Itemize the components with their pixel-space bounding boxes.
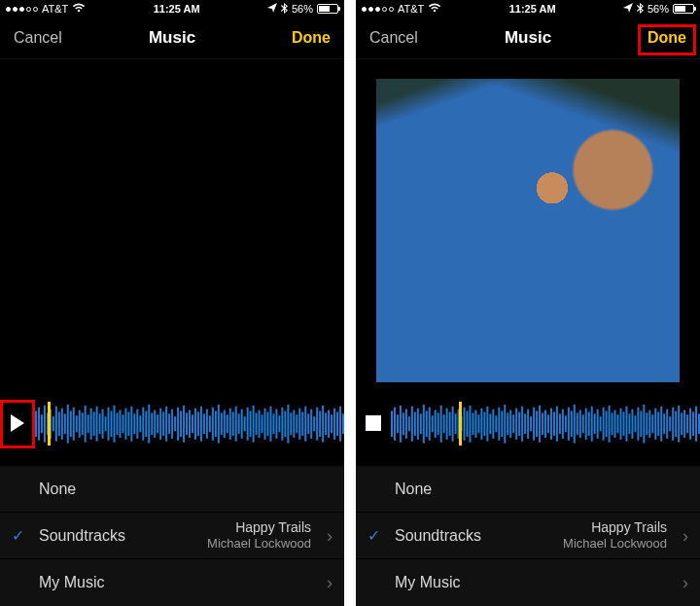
location-icon: [623, 3, 633, 15]
svg-rect-79: [264, 408, 266, 439]
svg-rect-44: [162, 411, 164, 436]
svg-rect-92: [301, 411, 303, 436]
svg-rect-199: [657, 411, 659, 436]
svg-rect-45: [165, 406, 167, 441]
svg-rect-50: [180, 410, 182, 437]
chevron-right-icon: ›: [682, 574, 688, 591]
svg-rect-182: [609, 405, 611, 442]
svg-rect-108: [394, 407, 396, 440]
svg-rect-59: [206, 409, 208, 438]
option-soundtracks[interactable]: ✓ Soundtracks Happy Trails Michael Lockw…: [0, 513, 344, 559]
svg-rect-154: [527, 409, 529, 438]
svg-rect-37: [142, 407, 144, 440]
svg-rect-202: [666, 409, 668, 438]
option-none[interactable]: None: [0, 466, 344, 513]
svg-rect-140: [486, 406, 488, 441]
svg-rect-205: [675, 410, 677, 437]
svg-rect-73: [247, 407, 249, 440]
svg-rect-47: [171, 409, 173, 438]
svg-rect-60: [209, 415, 211, 432]
option-soundtracks[interactable]: ✓ Soundtracks Happy Trails Michael Lockw…: [356, 513, 700, 559]
svg-rect-67: [229, 408, 231, 439]
signal-dots-icon: [362, 7, 394, 12]
svg-rect-22: [99, 413, 101, 434]
svg-rect-165: [559, 413, 561, 434]
option-none[interactable]: None: [356, 466, 700, 513]
svg-rect-178: [597, 409, 599, 438]
svg-rect-138: [480, 408, 482, 439]
svg-rect-14: [76, 415, 78, 432]
done-button[interactable]: Done: [292, 29, 331, 47]
svg-rect-91: [298, 408, 300, 439]
music-source-list: None ✓ Soundtracks Happy Trails Michael …: [0, 466, 344, 606]
svg-rect-139: [483, 411, 485, 436]
battery-pct-label: 56%: [292, 3, 313, 15]
stop-button[interactable]: [356, 402, 391, 446]
svg-rect-106: [342, 413, 344, 434]
svg-rect-9: [61, 408, 63, 439]
option-my-music[interactable]: My Music ›: [356, 559, 700, 606]
waveform-scrubber[interactable]: [35, 402, 344, 446]
location-icon: [267, 3, 277, 15]
carrier-label: AT&T: [398, 3, 424, 15]
svg-rect-198: [654, 408, 656, 439]
svg-rect-180: [603, 407, 605, 440]
phone-left: AT&T 11:25 AM 56% Cancel Music Done: [0, 0, 344, 606]
svg-rect-145: [501, 410, 503, 437]
video-preview: [356, 59, 700, 402]
play-icon: [11, 414, 24, 432]
option-my-music[interactable]: My Music ›: [0, 559, 344, 606]
svg-rect-111: [402, 412, 404, 435]
svg-rect-102: [331, 414, 332, 433]
cancel-button[interactable]: Cancel: [14, 29, 62, 47]
svg-rect-71: [241, 409, 243, 438]
svg-rect-188: [625, 406, 627, 441]
svg-rect-93: [304, 406, 306, 441]
battery-pct-label: 56%: [648, 3, 669, 15]
chevron-right-icon: ›: [327, 574, 332, 591]
svg-rect-126: [446, 408, 448, 439]
svg-rect-134: [469, 405, 471, 442]
svg-rect-36: [139, 415, 141, 432]
done-button[interactable]: Done: [648, 29, 686, 47]
clock-label: 11:25 AM: [154, 3, 200, 15]
spacer: [356, 446, 700, 466]
svg-rect-164: [556, 406, 558, 441]
preview-frame-image: [376, 79, 680, 382]
checkmark-icon: ✓: [368, 526, 380, 545]
svg-rect-153: [524, 413, 526, 434]
svg-rect-206: [678, 405, 680, 442]
svg-rect-203: [669, 416, 671, 431]
checkmark-icon: ✓: [12, 526, 24, 545]
svg-rect-69: [235, 406, 237, 441]
svg-rect-118: [423, 405, 425, 444]
svg-rect-117: [420, 413, 422, 434]
svg-rect-78: [262, 414, 263, 433]
svg-rect-181: [606, 410, 608, 437]
battery-icon: [317, 4, 338, 14]
scrub-handle[interactable]: [459, 402, 462, 446]
svg-rect-6: [52, 416, 54, 431]
scrub-handle[interactable]: [48, 402, 51, 446]
svg-rect-72: [244, 416, 246, 431]
svg-rect-112: [405, 409, 407, 438]
svg-rect-158: [539, 405, 541, 442]
cancel-button[interactable]: Cancel: [369, 29, 418, 47]
play-button[interactable]: [0, 402, 35, 446]
svg-rect-172: [579, 410, 581, 437]
svg-rect-65: [224, 410, 226, 437]
status-bar: AT&T 11:25 AM 56%: [0, 0, 344, 18]
waveform-scrubber[interactable]: [391, 402, 700, 446]
svg-rect-13: [73, 407, 75, 440]
svg-rect-162: [550, 408, 552, 439]
svg-rect-143: [495, 415, 497, 432]
svg-rect-208: [683, 410, 685, 437]
svg-rect-85: [281, 407, 283, 440]
svg-rect-29: [119, 410, 121, 437]
svg-rect-80: [267, 411, 269, 436]
svg-rect-34: [133, 413, 135, 434]
svg-rect-62: [215, 410, 217, 437]
svg-rect-41: [154, 410, 156, 437]
svg-rect-210: [689, 408, 691, 439]
svg-rect-83: [275, 409, 277, 438]
